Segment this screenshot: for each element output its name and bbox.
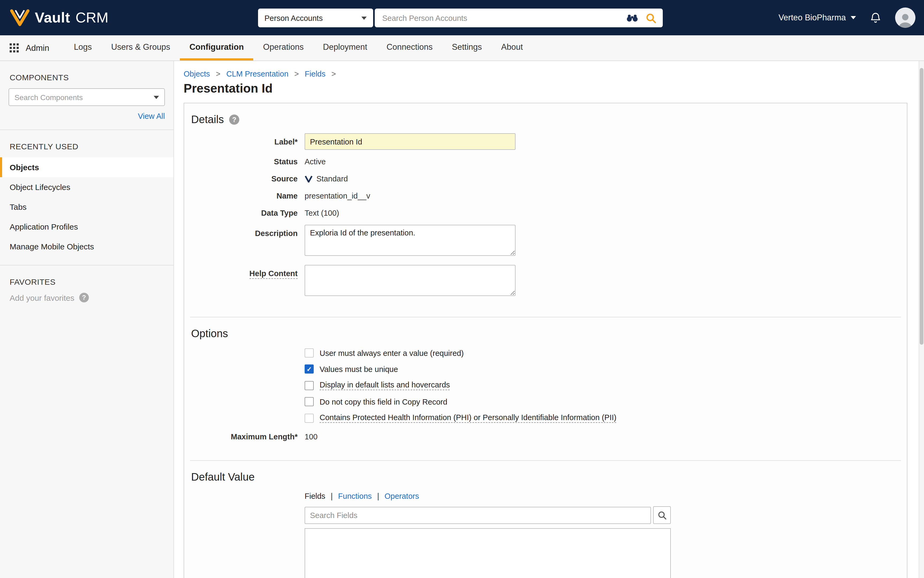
checkbox-row-display-default: ✓ Display in default lists and hovercard… [305, 380, 900, 390]
main-content: Objects > CLM Presentation > Fields > Pr… [175, 61, 919, 578]
tab-users-groups[interactable]: Users & Groups [101, 35, 180, 60]
topbar-right: Verteo BioPharma [778, 0, 916, 35]
details-form: Label* Status Active Source [191, 133, 900, 299]
tab-connections[interactable]: Connections [377, 35, 442, 60]
checkbox-values-unique[interactable]: ✓ [305, 364, 314, 373]
name-value: presentation_id__v [305, 190, 370, 201]
picker-tab-fields[interactable]: Fields [305, 492, 325, 500]
tab-operations[interactable]: Operations [253, 35, 313, 60]
breadcrumb-link-fields[interactable]: Fields [305, 70, 325, 78]
help-icon[interactable]: ? [79, 293, 89, 302]
breadcrumb-separator: > [294, 70, 299, 78]
source-label: Source [271, 174, 298, 183]
default-value-heading: Default Value [191, 471, 255, 483]
breadcrumb: Objects > CLM Presentation > Fields > [184, 70, 908, 78]
apps-menu[interactable]: Admin [10, 35, 49, 60]
breadcrumb-separator: > [331, 70, 336, 78]
topbar: Vault CRM Person Accounts [0, 0, 924, 35]
org-menu[interactable]: Verteo BioPharma [778, 13, 856, 23]
tab-about[interactable]: About [492, 35, 533, 60]
source-row: Source Standard [191, 174, 900, 184]
checkbox-display-default-lists-label: Display in default lists and hovercards [320, 380, 450, 390]
checkbox-display-default-lists[interactable]: ✓ [305, 381, 314, 390]
name-label: Name [276, 192, 298, 200]
page-title: Presentation Id [184, 81, 908, 96]
details-heading-row: Details ? [191, 114, 900, 126]
admin-navbar: Admin Logs Users & Groups Configuration … [0, 35, 924, 61]
org-name: Verteo BioPharma [778, 13, 846, 23]
search-fields-input[interactable] [305, 507, 651, 524]
help-icon[interactable]: ? [229, 115, 239, 125]
advanced-search-binoculars-icon[interactable] [626, 14, 638, 22]
tab-logs[interactable]: Logs [64, 35, 101, 60]
default-value-body: Fields | Functions | Operators [305, 492, 900, 578]
components-search-combobox[interactable]: Search Components [8, 88, 165, 106]
brand-crm-text: CRM [75, 9, 109, 26]
details-heading: Details [191, 114, 224, 126]
search-scope-select[interactable]: Person Accounts [258, 8, 373, 27]
scrollbar-thumb[interactable] [920, 68, 924, 345]
label-input[interactable] [305, 133, 516, 150]
view-all-row: View All [8, 111, 165, 121]
sidebar-item-manage-mobile-objects[interactable]: Manage Mobile Objects [0, 237, 174, 257]
help-content-row: Help Content [191, 265, 900, 299]
chevron-down-icon [154, 96, 159, 99]
favorites-heading: FAVORITES [10, 277, 164, 286]
picker-tab-operators[interactable]: Operators [385, 492, 419, 500]
picker-tab-functions[interactable]: Functions [338, 492, 372, 500]
user-avatar[interactable] [895, 8, 916, 28]
data-type-row: Data Type Text (100) [191, 208, 900, 218]
sidebar-item-object-lifecycles[interactable]: Object Lifecycles [0, 177, 174, 197]
picker-separator: | [377, 492, 379, 500]
search-fields-button[interactable] [653, 506, 671, 524]
checkbox-do-not-copy-label: Do not copy this field in Copy Record [320, 398, 447, 406]
details-section: Details ? Label* Status Active [190, 103, 901, 317]
search-icon[interactable] [646, 13, 656, 23]
global-search-input[interactable] [381, 13, 619, 23]
recently-used-list: Objects Object Lifecycles Tabs Applicati… [0, 157, 174, 257]
checkbox-required[interactable]: ✓ [305, 348, 314, 357]
view-all-link[interactable]: View All [138, 112, 165, 120]
sidebar-item-application-profiles[interactable]: Application Profiles [0, 217, 174, 237]
max-length-label: Maximum Length* [231, 432, 298, 441]
checkbox-row-no-copy: ✓ Do not copy this field in Copy Record [305, 397, 900, 406]
chevron-down-icon [361, 16, 367, 19]
vertical-scrollbar[interactable] [919, 61, 924, 578]
checkbox-row-unique: ✓ Values must be unique [305, 364, 900, 373]
help-content-textarea[interactable] [305, 265, 516, 296]
breadcrumb-link-clm-presentation[interactable]: CLM Presentation [226, 70, 288, 78]
admin-tabs: Logs Users & Groups Configuration Operat… [64, 35, 533, 60]
max-length-row: Maximum Length* 100 [191, 431, 900, 442]
help-content-label: Help Content [250, 269, 298, 279]
notifications-bell-icon[interactable] [869, 11, 882, 24]
checkbox-row-required: ✓ User must always enter a value (requir… [305, 348, 900, 357]
favorites-empty-row: Add your favorites ? [10, 293, 164, 302]
checkbox-do-not-copy[interactable]: ✓ [305, 397, 314, 406]
status-row: Status Active [191, 156, 900, 167]
admin-app-label: Admin [26, 43, 49, 53]
tab-settings[interactable]: Settings [442, 35, 492, 60]
checkbox-phi-pii[interactable]: ✓ [305, 414, 314, 422]
breadcrumb-separator: > [216, 70, 220, 78]
data-type-label: Data Type [261, 209, 298, 217]
checkbox-phi-pii-label: Contains Protected Health Information (P… [320, 413, 617, 423]
data-type-value: Text (100) [305, 208, 339, 218]
search-icon [657, 510, 667, 520]
vault-logo-icon [10, 9, 30, 26]
tab-deployment[interactable]: Deployment [313, 35, 377, 60]
sidebar-item-tabs[interactable]: Tabs [0, 197, 174, 217]
label-row: Label* [191, 133, 900, 150]
picker-separator: | [331, 492, 333, 500]
fields-listbox[interactable] [305, 528, 671, 578]
sidebar-item-objects[interactable]: Objects [0, 157, 174, 177]
options-section: Options ✓ User must always enter a value… [190, 317, 901, 460]
label-field-label: Label* [274, 137, 298, 146]
global-search-box [375, 8, 663, 27]
description-textarea[interactable]: Exploria Id of the presentation. [305, 225, 516, 256]
recently-used-heading: RECENTLY USED [10, 142, 164, 151]
favorites-placeholder: Add your favorites [10, 293, 75, 302]
breadcrumb-link-objects[interactable]: Objects [184, 70, 210, 78]
components-search-placeholder: Search Components [15, 93, 83, 101]
tab-configuration[interactable]: Configuration [180, 35, 253, 60]
formula-picker-tabs: Fields | Functions | Operators [305, 492, 900, 500]
